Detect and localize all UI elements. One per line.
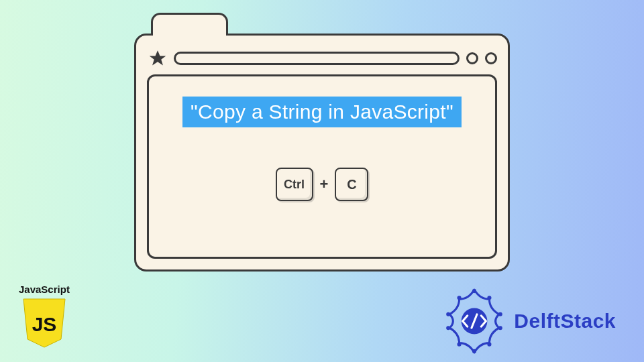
svg-point-9: [488, 296, 492, 300]
delftstack-logo: DelftStack: [440, 287, 616, 355]
svg-point-7: [498, 326, 502, 330]
svg-point-10: [458, 343, 462, 347]
delftstack-ornament-icon: [440, 287, 508, 355]
javascript-badge: JavaScript JS: [19, 284, 70, 353]
js-shield-text: JS: [32, 313, 57, 335]
javascript-shield-icon: JS: [21, 298, 68, 350]
svg-point-3: [472, 349, 476, 353]
svg-point-5: [498, 312, 502, 316]
keyboard-shortcut: Ctrl + C: [276, 168, 369, 201]
browser-window: "Copy a String in JavaScript" Ctrl + C: [134, 34, 510, 272]
plus-icon: +: [320, 176, 329, 193]
javascript-label: JavaScript: [19, 284, 70, 295]
svg-point-8: [458, 296, 462, 300]
ctrl-key-icon: Ctrl: [276, 168, 313, 201]
window-button-2[interactable]: [485, 52, 497, 64]
browser-toolbar: [136, 36, 508, 74]
highlighted-string: "Copy a String in JavaScript": [182, 97, 462, 127]
delftstack-brand-text: DelftStack: [514, 310, 616, 333]
svg-point-11: [488, 343, 492, 347]
c-key-icon: C: [335, 168, 368, 201]
svg-point-4: [446, 312, 450, 316]
window-button-1[interactable]: [466, 52, 478, 64]
address-bar[interactable]: [174, 52, 460, 65]
bookmark-star-icon: [148, 49, 167, 68]
svg-marker-0: [150, 50, 166, 65]
browser-tab-notch: [151, 13, 228, 36]
svg-point-2: [472, 289, 476, 293]
browser-content: "Copy a String in JavaScript" Ctrl + C: [147, 74, 497, 259]
svg-point-6: [446, 326, 450, 330]
